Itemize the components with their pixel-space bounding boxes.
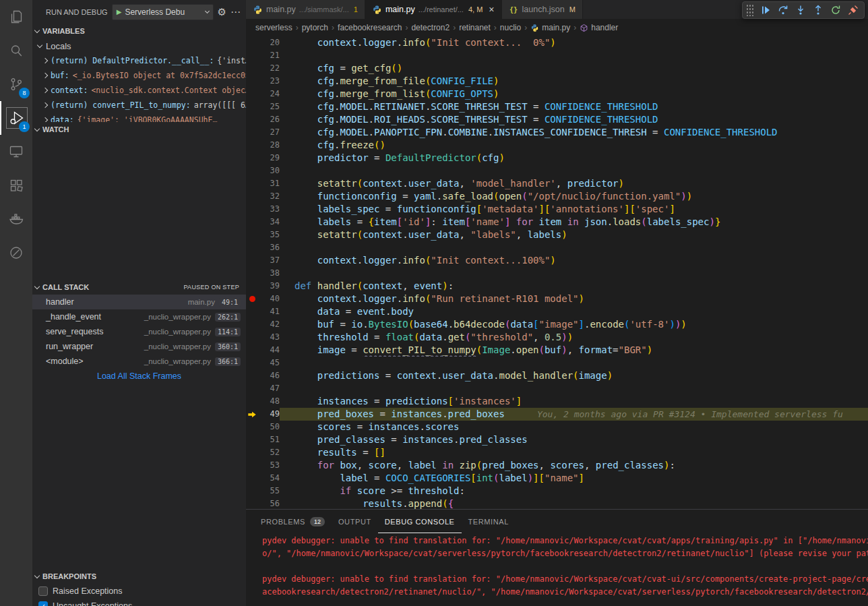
debug-continue-button[interactable] — [757, 2, 774, 18]
close-icon[interactable]: × — [489, 5, 494, 14]
gutter-glyph-margin[interactable] — [246, 216, 259, 229]
editor-tab[interactable]: main.py.../retinanet/...4, M× — [365, 0, 502, 19]
gutter-glyph-margin[interactable] — [246, 88, 259, 100]
gear-icon[interactable]: ⚙ — [218, 7, 226, 17]
debug-step-over-button[interactable] — [774, 2, 791, 18]
debug-config-dropdown[interactable]: ▶ Serverless Debu — [112, 4, 214, 20]
breadcrumb-item[interactable]: main.py — [530, 23, 570, 32]
gutter-glyph-margin[interactable] — [246, 331, 259, 344]
stack-frame-row[interactable]: _handle_event_nuclio_wrapper.py262:1 — [32, 309, 246, 324]
breakpoint-row[interactable]: ✓Uncaught Exceptions — [32, 599, 246, 606]
stack-frame-row[interactable]: <module>_nuclio_wrapper.py366:1 — [32, 354, 246, 369]
stack-frame-row[interactable]: run_wrapper_nuclio_wrapper.py360:1 — [32, 339, 246, 354]
breakpoints-section-header[interactable]: BREAKPOINTS — [32, 569, 246, 584]
line-content: scores = instances.scores — [280, 421, 868, 433]
call-stack-section-header[interactable]: CALL STACK PAUSED ON STEP — [32, 280, 246, 295]
stack-frame-row[interactable]: serve_requests_nuclio_wrapper.py114:1 — [32, 324, 246, 339]
gutter-glyph-margin[interactable] — [246, 229, 259, 241]
activity-item-explorer[interactable] — [0, 0, 32, 34]
panel-tab-terminal[interactable]: TERMINAL — [462, 510, 516, 533]
gutter-glyph-margin[interactable] — [246, 49, 259, 62]
gutter-glyph-margin[interactable] — [246, 280, 259, 293]
activity-item-search[interactable] — [0, 34, 32, 67]
gutter-glyph-margin[interactable] — [246, 139, 259, 152]
breadcrumb-item[interactable]: facebookresearch — [338, 23, 402, 32]
activity-item-circle-tool[interactable] — [0, 236, 32, 270]
panel-tab-debug-console[interactable]: DEBUG CONSOLE — [378, 510, 462, 533]
editor-tab[interactable]: main.py.../siammask/...1 — [246, 0, 365, 19]
start-debugging-icon[interactable]: ▶ — [117, 8, 122, 16]
gutter-glyph-margin[interactable] — [246, 62, 259, 75]
breadcrumb-item[interactable]: nuclio — [500, 23, 521, 32]
variable-row[interactable]: buf:<_io.BytesIO object at 0x7f5a2dc1ecc… — [32, 68, 246, 83]
gutter-glyph-margin[interactable] — [246, 446, 259, 459]
activity-item-extensions[interactable] — [0, 169, 32, 202]
gutter-glyph-margin[interactable] — [246, 433, 259, 446]
variable-row[interactable]: (return) convert_PIL_to_numpy:array([[[ … — [32, 98, 246, 113]
gutter-glyph-margin[interactable] — [246, 459, 259, 472]
editor-tab[interactable]: {}launch.jsonM — [502, 0, 583, 19]
gutter-glyph-margin[interactable] — [246, 177, 259, 190]
watch-section-header[interactable]: WATCH — [32, 122, 246, 137]
gutter-glyph-margin[interactable] — [246, 254, 259, 267]
activity-bar: 81 — [0, 0, 32, 606]
gutter-glyph-margin[interactable] — [246, 113, 259, 126]
breadcrumb-item[interactable]: pytorch — [302, 23, 328, 32]
drag-handle[interactable] — [746, 4, 754, 16]
debug-restart-button[interactable] — [827, 2, 844, 18]
breakpoint-row[interactable]: Raised Exceptions — [32, 584, 246, 599]
variables-section-header[interactable]: VARIABLES — [32, 24, 246, 38]
gutter-glyph-margin[interactable] — [246, 497, 259, 509]
frame-file: _nuclio_wrapper.py — [144, 357, 211, 365]
breadcrumb-item[interactable]: detectron2 — [411, 23, 450, 32]
stack-frame-row[interactable]: handlermain.py49:1 — [32, 295, 246, 309]
gutter-glyph-margin[interactable] — [246, 318, 259, 331]
activity-item-run-and-debug[interactable]: 1 — [0, 101, 32, 135]
gutter-glyph-margin[interactable] — [246, 344, 259, 357]
gutter-glyph-margin[interactable] — [246, 472, 259, 485]
gutter-glyph-margin[interactable] — [246, 357, 259, 369]
debug-step-out-button[interactable] — [809, 2, 826, 18]
panel-tab-problems[interactable]: PROBLEMS12 — [254, 510, 332, 533]
breadcrumb-item[interactable]: handler — [580, 23, 618, 32]
debug-console-output[interactable]: pydev debugger: unable to find translati… — [246, 533, 868, 606]
gutter-glyph-margin[interactable] — [246, 190, 259, 203]
gutter-glyph-margin[interactable] — [246, 267, 259, 280]
breakpoints-list: Raised Exceptions✓Uncaught Exceptions — [32, 584, 246, 606]
gutter-glyph-margin[interactable] — [246, 408, 259, 421]
gutter-glyph-margin[interactable] — [246, 382, 259, 395]
gutter-glyph-margin[interactable] — [246, 100, 259, 113]
variable-row[interactable]: (return) DefaultPredictor.__call__:{'ins… — [32, 53, 246, 68]
gutter-glyph-margin[interactable] — [246, 36, 259, 49]
breakpoint-checkbox[interactable] — [38, 586, 48, 596]
gutter-glyph-margin[interactable] — [246, 152, 259, 164]
debug-step-into-button[interactable] — [792, 2, 809, 18]
gutter-glyph-margin[interactable] — [246, 203, 259, 216]
line-content: predictor = DefaultPredictor(cfg) — [280, 152, 868, 164]
variable-row[interactable]: context:<nuclio_sdk.context.Context obje… — [32, 83, 246, 98]
code-editor[interactable]: 20 context.logger.info("Init context... … — [246, 36, 868, 509]
more-actions-icon[interactable]: ⋯ — [230, 7, 241, 17]
gutter-glyph-margin[interactable] — [246, 293, 259, 305]
load-all-stack-frames-link[interactable]: Load All Stack Frames — [32, 369, 246, 384]
gutter-glyph-margin[interactable] — [246, 421, 259, 433]
activity-item-source-control[interactable]: 8 — [0, 67, 32, 101]
panel-tab-output[interactable]: OUTPUT — [332, 510, 378, 533]
variable-row[interactable]: data:{'image': 'iVBOR0KGoAAAANSUhE… — [32, 113, 246, 122]
breadcrumb-item[interactable]: serverless — [255, 23, 292, 32]
variables-scope-row[interactable]: Locals — [32, 38, 246, 53]
gutter-glyph-margin[interactable] — [246, 75, 259, 88]
gutter-glyph-margin[interactable] — [246, 126, 259, 139]
gutter-glyph-margin[interactable] — [246, 369, 259, 382]
activity-item-docker[interactable] — [0, 202, 32, 236]
breakpoint-dot[interactable] — [249, 296, 255, 302]
activity-item-remote-explorer[interactable] — [0, 135, 32, 169]
breakpoint-checkbox[interactable]: ✓ — [38, 601, 48, 606]
gutter-glyph-margin[interactable] — [246, 485, 259, 497]
gutter-glyph-margin[interactable] — [246, 241, 259, 254]
breadcrumb-item[interactable]: retinanet — [459, 23, 491, 32]
gutter-glyph-margin[interactable] — [246, 395, 259, 408]
gutter-glyph-margin[interactable] — [246, 305, 259, 318]
gutter-glyph-margin[interactable] — [246, 164, 259, 177]
debug-disconnect-button[interactable] — [844, 2, 861, 18]
